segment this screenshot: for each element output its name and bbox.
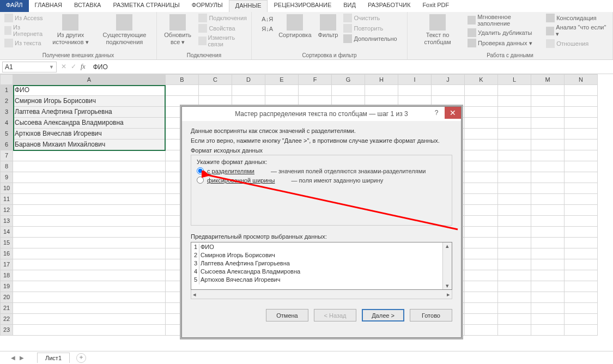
cell[interactable] [531, 227, 565, 238]
cell[interactable] [13, 238, 166, 248]
preview-hscroll[interactable]: ◂▸ [191, 290, 452, 299]
cell[interactable] [465, 270, 498, 281]
cell[interactable] [531, 270, 565, 281]
cell[interactable] [13, 172, 166, 183]
cell[interactable] [498, 259, 531, 270]
cell[interactable] [565, 118, 598, 129]
cell[interactable] [565, 183, 598, 194]
cell[interactable] [565, 161, 598, 172]
delimited-radio-label[interactable]: с разделителями [207, 168, 254, 174]
cell[interactable] [531, 96, 565, 107]
cell[interactable] [465, 227, 498, 238]
cell[interactable] [498, 270, 531, 281]
cell[interactable]: Баранов Михаил Михайлович [13, 139, 166, 150]
col-header[interactable]: D [232, 74, 265, 85]
cell[interactable] [565, 227, 598, 238]
from-access-button[interactable]: Из Access [3, 13, 45, 23]
cell[interactable] [498, 172, 531, 183]
col-header[interactable]: G [332, 74, 365, 85]
col-header[interactable]: I [398, 74, 432, 85]
cell[interactable] [465, 139, 498, 150]
properties-button[interactable]: Свойства [197, 23, 248, 33]
col-header[interactable]: E [265, 74, 299, 85]
cell[interactable] [365, 96, 398, 107]
row-header[interactable]: 12 [0, 205, 13, 216]
cell[interactable] [498, 292, 531, 303]
cell[interactable] [498, 129, 531, 139]
cell[interactable] [531, 292, 565, 303]
row-header[interactable]: 3 [0, 107, 13, 118]
cell[interactable] [13, 325, 166, 336]
cell[interactable] [265, 85, 299, 96]
cell[interactable] [166, 85, 199, 96]
tab-layout[interactable]: РАЗМЕТКА СТРАНИЦЫ [107, 0, 185, 12]
cell[interactable] [498, 194, 531, 205]
cell[interactable] [531, 183, 565, 194]
cell[interactable] [13, 281, 166, 292]
row-header[interactable]: 17 [0, 259, 13, 270]
cell[interactable] [565, 150, 598, 161]
dialog-help-button[interactable]: ? [428, 107, 445, 119]
cell[interactable] [565, 96, 598, 107]
cell[interactable] [531, 259, 565, 270]
cell[interactable] [13, 161, 166, 172]
cell[interactable] [166, 96, 199, 107]
row-header[interactable]: 15 [0, 238, 13, 248]
row-header[interactable]: 9 [0, 172, 13, 183]
clear-filter-button[interactable]: Очистить [342, 13, 398, 23]
cell[interactable] [498, 314, 531, 325]
cell[interactable] [498, 139, 531, 150]
cell[interactable] [498, 107, 531, 118]
cell[interactable] [13, 314, 166, 325]
cell[interactable] [332, 96, 365, 107]
cell[interactable] [531, 194, 565, 205]
cell[interactable] [531, 314, 565, 325]
cell[interactable] [531, 85, 565, 96]
row-header[interactable]: 1 [0, 85, 13, 96]
sheet-nav-next[interactable]: ▶ [20, 355, 24, 361]
cell[interactable] [565, 139, 598, 150]
advanced-filter-button[interactable]: Дополнительно [342, 34, 398, 44]
cell[interactable] [232, 96, 265, 107]
cell[interactable] [13, 270, 166, 281]
cell[interactable] [199, 85, 232, 96]
cell[interactable] [565, 281, 598, 292]
cell[interactable] [565, 194, 598, 205]
text-to-columns-button[interactable]: Текст по столбцам [411, 13, 464, 46]
refresh-all-button[interactable]: Обновить все ▾ [160, 13, 195, 46]
cell[interactable] [465, 292, 498, 303]
scroll-down-icon[interactable]: ▾ [446, 282, 449, 289]
cell[interactable] [498, 216, 531, 227]
cell[interactable] [13, 216, 166, 227]
remove-dup-button[interactable]: Удалить дубликаты [466, 28, 543, 38]
dialog-close-button[interactable]: ✕ [445, 107, 461, 119]
fx-icon[interactable]: fx [81, 63, 86, 71]
col-header[interactable]: N [565, 74, 598, 85]
cancel-formula-icon[interactable]: ✕ [61, 63, 66, 71]
cell[interactable] [531, 172, 565, 183]
tab-developer[interactable]: РАЗРАБОТЧИК [362, 0, 416, 12]
cell[interactable]: Лаптева Алефтина Григорьевна [13, 107, 166, 118]
scroll-up-icon[interactable]: ▴ [446, 242, 449, 250]
connections-button[interactable]: Подключения [197, 13, 248, 23]
cell[interactable] [498, 238, 531, 248]
row-header[interactable]: 7 [0, 150, 13, 161]
cell[interactable] [465, 129, 498, 139]
scroll-right-icon[interactable]: ▸ [447, 291, 450, 298]
col-header[interactable]: L [498, 74, 531, 85]
tab-formulas[interactable]: ФОРМУЛЫ [186, 0, 229, 12]
cell[interactable] [432, 96, 465, 107]
cell[interactable] [365, 85, 398, 96]
cell[interactable] [498, 183, 531, 194]
cell[interactable]: Сысоева Александра Владмировна [13, 118, 166, 129]
col-header[interactable]: H [365, 74, 398, 85]
row-header[interactable]: 6 [0, 139, 13, 150]
col-header[interactable]: F [299, 74, 332, 85]
flash-fill-button[interactable]: Мгновенное заполнение [466, 13, 543, 27]
cell[interactable] [299, 85, 332, 96]
cell[interactable] [531, 248, 565, 259]
cell[interactable] [498, 248, 531, 259]
sort-button[interactable]: Сортировка [276, 13, 313, 40]
cell[interactable] [565, 314, 598, 325]
row-header[interactable]: 18 [0, 270, 13, 281]
